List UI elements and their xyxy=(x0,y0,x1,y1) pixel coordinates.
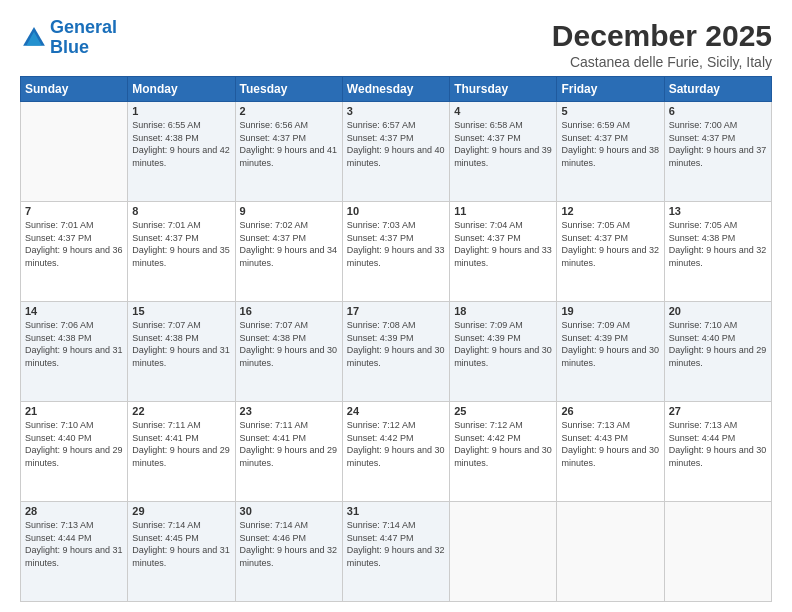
day-info: Sunrise: 7:08 AMSunset: 4:39 PMDaylight:… xyxy=(347,319,445,369)
col-thursday: Thursday xyxy=(450,77,557,102)
day-info: Sunrise: 7:01 AMSunset: 4:37 PMDaylight:… xyxy=(132,219,230,269)
calendar-cell: 2 Sunrise: 6:56 AMSunset: 4:37 PMDayligh… xyxy=(235,102,342,202)
calendar-week-row: 1 Sunrise: 6:55 AMSunset: 4:38 PMDayligh… xyxy=(21,102,772,202)
day-number: 9 xyxy=(240,205,338,217)
day-number: 2 xyxy=(240,105,338,117)
day-info: Sunrise: 6:58 AMSunset: 4:37 PMDaylight:… xyxy=(454,119,552,169)
calendar-cell xyxy=(21,102,128,202)
logo: General Blue xyxy=(20,18,117,58)
day-info: Sunrise: 7:14 AMSunset: 4:46 PMDaylight:… xyxy=(240,519,338,569)
day-info: Sunrise: 7:12 AMSunset: 4:42 PMDaylight:… xyxy=(347,419,445,469)
day-number: 27 xyxy=(669,405,767,417)
calendar-week-row: 28 Sunrise: 7:13 AMSunset: 4:44 PMDaylig… xyxy=(21,502,772,602)
day-number: 20 xyxy=(669,305,767,317)
day-info: Sunrise: 7:04 AMSunset: 4:37 PMDaylight:… xyxy=(454,219,552,269)
day-info: Sunrise: 7:11 AMSunset: 4:41 PMDaylight:… xyxy=(132,419,230,469)
day-info: Sunrise: 7:09 AMSunset: 4:39 PMDaylight:… xyxy=(454,319,552,369)
day-number: 7 xyxy=(25,205,123,217)
day-info: Sunrise: 7:06 AMSunset: 4:38 PMDaylight:… xyxy=(25,319,123,369)
day-number: 12 xyxy=(561,205,659,217)
col-monday: Monday xyxy=(128,77,235,102)
day-number: 10 xyxy=(347,205,445,217)
day-number: 4 xyxy=(454,105,552,117)
col-saturday: Saturday xyxy=(664,77,771,102)
day-number: 28 xyxy=(25,505,123,517)
col-friday: Friday xyxy=(557,77,664,102)
calendar-cell: 17 Sunrise: 7:08 AMSunset: 4:39 PMDaylig… xyxy=(342,302,449,402)
logo-line1: General xyxy=(50,17,117,37)
calendar-cell: 25 Sunrise: 7:12 AMSunset: 4:42 PMDaylig… xyxy=(450,402,557,502)
day-number: 6 xyxy=(669,105,767,117)
day-info: Sunrise: 7:10 AMSunset: 4:40 PMDaylight:… xyxy=(669,319,767,369)
col-sunday: Sunday xyxy=(21,77,128,102)
day-info: Sunrise: 7:01 AMSunset: 4:37 PMDaylight:… xyxy=(25,219,123,269)
calendar-cell: 14 Sunrise: 7:06 AMSunset: 4:38 PMDaylig… xyxy=(21,302,128,402)
day-info: Sunrise: 6:59 AMSunset: 4:37 PMDaylight:… xyxy=(561,119,659,169)
col-tuesday: Tuesday xyxy=(235,77,342,102)
calendar-cell: 7 Sunrise: 7:01 AMSunset: 4:37 PMDayligh… xyxy=(21,202,128,302)
day-number: 29 xyxy=(132,505,230,517)
day-info: Sunrise: 7:14 AMSunset: 4:47 PMDaylight:… xyxy=(347,519,445,569)
day-number: 5 xyxy=(561,105,659,117)
day-number: 15 xyxy=(132,305,230,317)
day-number: 11 xyxy=(454,205,552,217)
day-number: 30 xyxy=(240,505,338,517)
calendar-cell: 18 Sunrise: 7:09 AMSunset: 4:39 PMDaylig… xyxy=(450,302,557,402)
day-info: Sunrise: 6:57 AMSunset: 4:37 PMDaylight:… xyxy=(347,119,445,169)
day-info: Sunrise: 7:12 AMSunset: 4:42 PMDaylight:… xyxy=(454,419,552,469)
calendar-table: Sunday Monday Tuesday Wednesday Thursday… xyxy=(20,76,772,602)
day-info: Sunrise: 7:03 AMSunset: 4:37 PMDaylight:… xyxy=(347,219,445,269)
day-info: Sunrise: 7:00 AMSunset: 4:37 PMDaylight:… xyxy=(669,119,767,169)
calendar-cell: 20 Sunrise: 7:10 AMSunset: 4:40 PMDaylig… xyxy=(664,302,771,402)
day-info: Sunrise: 7:10 AMSunset: 4:40 PMDaylight:… xyxy=(25,419,123,469)
calendar-cell: 13 Sunrise: 7:05 AMSunset: 4:38 PMDaylig… xyxy=(664,202,771,302)
day-info: Sunrise: 7:02 AMSunset: 4:37 PMDaylight:… xyxy=(240,219,338,269)
day-info: Sunrise: 7:14 AMSunset: 4:45 PMDaylight:… xyxy=(132,519,230,569)
day-number: 16 xyxy=(240,305,338,317)
day-number: 25 xyxy=(454,405,552,417)
day-number: 22 xyxy=(132,405,230,417)
calendar-cell: 4 Sunrise: 6:58 AMSunset: 4:37 PMDayligh… xyxy=(450,102,557,202)
day-number: 31 xyxy=(347,505,445,517)
calendar-cell: 16 Sunrise: 7:07 AMSunset: 4:38 PMDaylig… xyxy=(235,302,342,402)
day-number: 8 xyxy=(132,205,230,217)
day-number: 3 xyxy=(347,105,445,117)
calendar-week-row: 14 Sunrise: 7:06 AMSunset: 4:38 PMDaylig… xyxy=(21,302,772,402)
day-info: Sunrise: 7:13 AMSunset: 4:44 PMDaylight:… xyxy=(25,519,123,569)
calendar-week-row: 21 Sunrise: 7:10 AMSunset: 4:40 PMDaylig… xyxy=(21,402,772,502)
calendar-cell: 29 Sunrise: 7:14 AMSunset: 4:45 PMDaylig… xyxy=(128,502,235,602)
logo-icon xyxy=(20,24,48,52)
calendar-cell: 5 Sunrise: 6:59 AMSunset: 4:37 PMDayligh… xyxy=(557,102,664,202)
calendar-cell: 3 Sunrise: 6:57 AMSunset: 4:37 PMDayligh… xyxy=(342,102,449,202)
day-info: Sunrise: 7:07 AMSunset: 4:38 PMDaylight:… xyxy=(132,319,230,369)
calendar-week-row: 7 Sunrise: 7:01 AMSunset: 4:37 PMDayligh… xyxy=(21,202,772,302)
calendar-cell: 26 Sunrise: 7:13 AMSunset: 4:43 PMDaylig… xyxy=(557,402,664,502)
logo-line2: Blue xyxy=(50,37,89,57)
day-number: 14 xyxy=(25,305,123,317)
calendar-header-row: Sunday Monday Tuesday Wednesday Thursday… xyxy=(21,77,772,102)
calendar-cell: 21 Sunrise: 7:10 AMSunset: 4:40 PMDaylig… xyxy=(21,402,128,502)
calendar-cell: 9 Sunrise: 7:02 AMSunset: 4:37 PMDayligh… xyxy=(235,202,342,302)
day-number: 18 xyxy=(454,305,552,317)
calendar-cell: 27 Sunrise: 7:13 AMSunset: 4:44 PMDaylig… xyxy=(664,402,771,502)
calendar-cell: 28 Sunrise: 7:13 AMSunset: 4:44 PMDaylig… xyxy=(21,502,128,602)
day-info: Sunrise: 7:13 AMSunset: 4:44 PMDaylight:… xyxy=(669,419,767,469)
calendar-cell xyxy=(664,502,771,602)
calendar-cell: 24 Sunrise: 7:12 AMSunset: 4:42 PMDaylig… xyxy=(342,402,449,502)
month-title: December 2025 xyxy=(552,18,772,54)
calendar-cell: 30 Sunrise: 7:14 AMSunset: 4:46 PMDaylig… xyxy=(235,502,342,602)
day-info: Sunrise: 7:05 AMSunset: 4:38 PMDaylight:… xyxy=(669,219,767,269)
day-info: Sunrise: 7:05 AMSunset: 4:37 PMDaylight:… xyxy=(561,219,659,269)
calendar-cell: 22 Sunrise: 7:11 AMSunset: 4:41 PMDaylig… xyxy=(128,402,235,502)
calendar-cell: 19 Sunrise: 7:09 AMSunset: 4:39 PMDaylig… xyxy=(557,302,664,402)
calendar-cell: 15 Sunrise: 7:07 AMSunset: 4:38 PMDaylig… xyxy=(128,302,235,402)
day-info: Sunrise: 7:13 AMSunset: 4:43 PMDaylight:… xyxy=(561,419,659,469)
calendar-cell: 11 Sunrise: 7:04 AMSunset: 4:37 PMDaylig… xyxy=(450,202,557,302)
header: General Blue December 2025 Castanea dell… xyxy=(20,18,772,70)
location-subtitle: Castanea delle Furie, Sicily, Italy xyxy=(552,54,772,70)
page: General Blue December 2025 Castanea dell… xyxy=(0,0,792,612)
day-number: 19 xyxy=(561,305,659,317)
day-info: Sunrise: 7:07 AMSunset: 4:38 PMDaylight:… xyxy=(240,319,338,369)
day-number: 1 xyxy=(132,105,230,117)
day-number: 13 xyxy=(669,205,767,217)
